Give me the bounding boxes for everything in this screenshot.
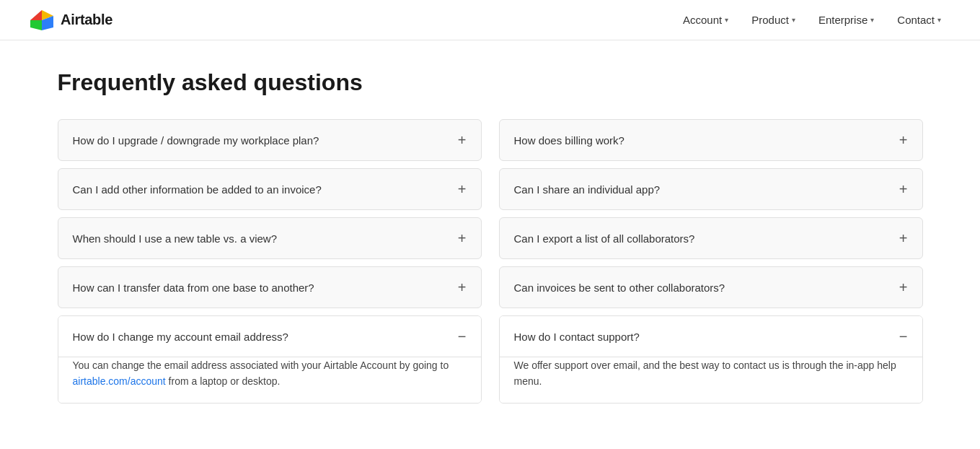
faq-question-row[interactable]: How can I transfer data from one base to… (58, 267, 481, 308)
expand-icon: + (458, 133, 467, 147)
faq-question-row[interactable]: How does billing work? + (500, 120, 922, 160)
chevron-down-icon: ▾ (870, 16, 874, 24)
faq-item-share-app: Can I share an individual app? + (499, 168, 923, 210)
nav-item-product[interactable]: Product ▾ (741, 9, 805, 30)
faq-item-table-view: When should I use a new table vs. a view… (58, 217, 482, 259)
faq-question-row[interactable]: Can I add other information be added to … (58, 169, 481, 209)
faq-column-left: How do I upgrade / downgrade my workplac… (58, 119, 482, 411)
faq-item-upgrade: How do I upgrade / downgrade my workplac… (58, 119, 482, 161)
svg-marker-3 (30, 20, 42, 30)
collapse-icon: − (458, 329, 467, 344)
nav-item-enterprise[interactable]: Enterprise ▾ (808, 9, 884, 30)
chevron-down-icon: ▾ (792, 16, 795, 24)
faq-item-export-collaborators: Can I export a list of all collaborators… (499, 217, 923, 259)
expand-icon: + (899, 133, 908, 147)
faq-question-row[interactable]: Can I export a list of all collaborators… (500, 218, 922, 258)
faq-item-invoices-collaborators: Can invoices be sent to other collaborat… (499, 266, 923, 308)
faq-item-email-address: How do I change my account email address… (58, 315, 482, 404)
faq-question-row[interactable]: Can I share an individual app? + (500, 169, 922, 209)
expand-icon: + (899, 182, 908, 196)
logo[interactable]: Airtable (29, 7, 112, 33)
faq-question-row[interactable]: When should I use a new table vs. a view… (58, 218, 481, 258)
faq-item-contact-support: How do I contact support? − We offer sup… (499, 315, 923, 404)
faq-question-row[interactable]: Can invoices be sent to other collaborat… (500, 267, 922, 308)
collapse-icon: − (899, 329, 908, 344)
faq-grid: How do I upgrade / downgrade my workplac… (58, 119, 923, 411)
faq-question-row[interactable]: How do I contact support? − (500, 316, 922, 357)
chevron-down-icon: ▾ (725, 16, 728, 24)
nav-item-contact[interactable]: Contact ▾ (887, 9, 951, 30)
header: Airtable Account ▾ Product ▾ Enterprise … (0, 0, 980, 40)
faq-question-row[interactable]: How do I change my account email address… (58, 316, 481, 357)
expand-icon: + (458, 231, 467, 245)
expand-icon: + (899, 280, 908, 295)
faq-item-invoice-info: Can I add other information be added to … (58, 168, 482, 210)
expand-icon: + (458, 182, 467, 196)
page-title: Frequently asked questions (58, 69, 923, 96)
faq-item-billing: How does billing work? + (499, 119, 923, 161)
svg-marker-0 (30, 10, 42, 20)
expand-icon: + (899, 231, 908, 245)
faq-question-row[interactable]: How do I upgrade / downgrade my workplac… (58, 120, 481, 160)
logo-text: Airtable (61, 12, 112, 28)
expand-icon: + (458, 280, 467, 295)
main-content: Frequently asked questions How do I upgr… (29, 40, 952, 440)
faq-column-right: How does billing work? + Can I share an … (499, 119, 923, 411)
chevron-down-icon: ▾ (937, 16, 941, 24)
faq-item-transfer-data: How can I transfer data from one base to… (58, 266, 482, 308)
faq-answer-email-address: You can change the email address associa… (58, 357, 481, 403)
nav-item-account[interactable]: Account ▾ (673, 9, 738, 30)
logo-icon (29, 7, 55, 33)
faq-answer-contact-support: We offer support over email, and the bes… (500, 357, 922, 403)
airtable-account-link[interactable]: airtable.com/account (73, 375, 166, 387)
main-nav: Account ▾ Product ▾ Enterprise ▾ Contact… (673, 9, 951, 30)
